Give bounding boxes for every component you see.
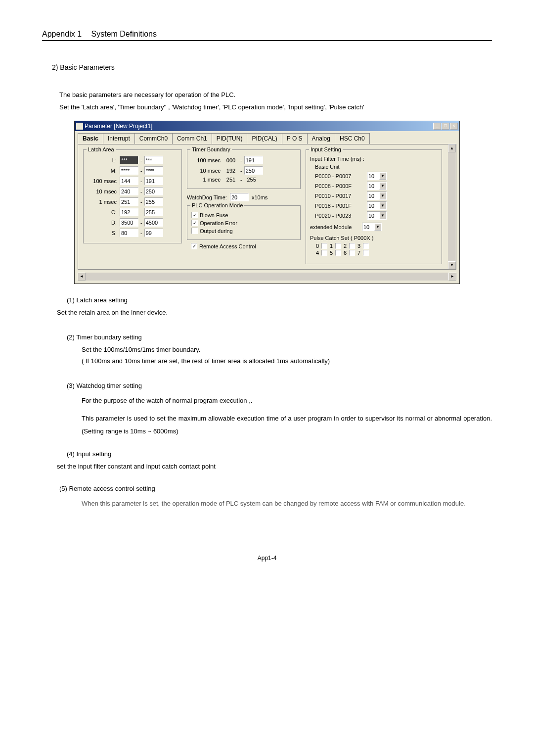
pulse-num-label: 2 (343, 243, 348, 249)
plc-mode-label: Blown Fuse (200, 212, 228, 218)
watchdog-heading: (3) Watchdog timer setting (67, 382, 492, 389)
latch-to-input[interactable] (144, 156, 163, 164)
titlebar-text: Parameter [New Project1] (85, 123, 433, 130)
latch-row-label: C: (88, 209, 120, 215)
extended-module-row: extended Module 10 ▼ (310, 223, 438, 231)
scroll-left-icon[interactable]: ◄ (78, 273, 86, 281)
pulse-catch-row: 0 1 2 3 (315, 243, 438, 249)
plc-mode-item: Output during (191, 228, 296, 234)
dropdown-arrow-icon: ▼ (379, 192, 386, 199)
plc-mode-checkbox[interactable] (191, 220, 198, 226)
latch-to-input[interactable] (144, 218, 163, 227)
latch-row: C: - (88, 208, 178, 216)
latch-to-input[interactable] (144, 208, 163, 216)
latch-from-input[interactable] (120, 177, 138, 185)
minimize-button[interactable]: _ (433, 123, 441, 130)
pulse-num-label: 3 (356, 243, 361, 249)
pulse-num-label: 7 (356, 250, 361, 256)
plc-mode-checkbox[interactable] (191, 212, 198, 218)
latch-to-input[interactable] (144, 229, 163, 237)
pulse-checkbox[interactable] (363, 243, 369, 249)
latch-area-title: Latch Area (87, 146, 116, 152)
latch-to-input[interactable] (144, 187, 163, 195)
pulse-num-label: 0 (315, 243, 320, 249)
latch-from-input[interactable] (120, 197, 138, 206)
input-filter-dropdown[interactable]: 10 ▼ (367, 191, 387, 200)
timer-row-label: 1 msec (191, 177, 223, 183)
pulse-checkbox[interactable] (321, 250, 327, 256)
pulse-checkbox[interactable] (335, 243, 341, 249)
appendix-label: Appendix 1 (42, 30, 82, 38)
latch-to-input[interactable] (144, 197, 163, 206)
pulse-checkbox[interactable] (363, 250, 369, 256)
dropdown-arrow-icon: ▼ (379, 202, 386, 209)
latch-from-input[interactable] (120, 208, 138, 216)
timer-row-label: 100 msec (191, 157, 223, 163)
parameter-dialog: Parameter [New Project1] _ □ × Basic Int… (74, 121, 460, 284)
latch-from-input[interactable] (120, 229, 138, 237)
scroll-right-icon[interactable]: ► (448, 273, 456, 281)
input-filter-dropdown[interactable]: 10 ▼ (367, 172, 387, 180)
timer-row-label: 10 msec (191, 168, 223, 174)
latch-row-label: D: (88, 220, 120, 226)
tab-pidcal[interactable]: PID(CAL) (247, 133, 282, 144)
latch-to-input[interactable] (144, 177, 163, 185)
dropdown-arrow-icon: ▼ (379, 212, 386, 219)
watchdog-para-b: This parameter is used to set the maximu… (82, 412, 492, 438)
scroll-down-icon[interactable]: ▼ (448, 261, 456, 269)
titlebar: Parameter [New Project1] _ □ × (75, 121, 459, 131)
tab-commch1[interactable]: Comm Ch1 (172, 133, 212, 144)
timer-to-input[interactable] (244, 166, 263, 175)
input-range-label: P0020 - P0023 (315, 213, 367, 219)
vertical-scrollbar[interactable]: ▲ ▼ (448, 144, 456, 269)
tab-interrupt[interactable]: Interrupt (103, 133, 135, 144)
close-button[interactable]: × (450, 123, 458, 130)
maximize-button[interactable]: □ (442, 123, 449, 130)
latch-row: L: - (88, 156, 178, 164)
dropdown-arrow-icon: ▼ (374, 223, 381, 231)
plc-mode-title: PLC Operation Mode (190, 202, 244, 208)
pulse-checkbox[interactable] (321, 243, 327, 249)
tab-commch0[interactable]: CommCh0 (134, 133, 173, 144)
latch-from-input[interactable] (120, 156, 138, 164)
timer-heading: (2) Timer boundary setting (67, 333, 492, 341)
plc-mode-checkbox[interactable] (191, 228, 198, 234)
tab-basic[interactable]: Basic (78, 133, 103, 144)
pulse-checkbox[interactable] (349, 243, 355, 249)
latch-from-input[interactable] (120, 166, 138, 175)
watchdog-row: WatchDog Time: x10ms (187, 193, 301, 201)
horizontal-scrollbar[interactable]: ◄ ► (78, 273, 456, 281)
ext-module-dropdown[interactable]: 10 ▼ (362, 223, 382, 231)
tab-pidtun[interactable]: PID(TUN) (212, 133, 248, 144)
input-filter-dropdown[interactable]: 10 ▼ (367, 211, 387, 220)
pulse-checkbox[interactable] (335, 250, 341, 256)
latch-from-input[interactable] (120, 187, 138, 195)
watchdog-unit: x10ms (252, 194, 267, 200)
timer-to-input[interactable] (244, 156, 263, 164)
scroll-up-icon[interactable]: ▲ (448, 144, 456, 152)
latch-row-label: 1 msec (88, 199, 120, 205)
pulse-checkbox[interactable] (349, 250, 355, 256)
tab-analog[interactable]: Analog (307, 133, 335, 144)
latch-row-label: 10 msec (88, 189, 120, 194)
tab-hscch0[interactable]: HSC Ch0 (335, 133, 370, 144)
input-filter-dropdown[interactable]: 10 ▼ (367, 182, 387, 190)
input-range-label: P0008 - P000F (315, 183, 367, 189)
plc-mode-group: PLC Operation Mode Blown Fuse Operation … (187, 205, 301, 240)
input-filter-row: P0010 - P0017 10 ▼ (310, 191, 438, 200)
latch-from-input[interactable] (120, 218, 138, 227)
plc-mode-item: Blown Fuse (191, 212, 296, 218)
timer-row: 10 msec 192 - (191, 166, 296, 175)
remote-access-checkbox[interactable] (191, 243, 197, 249)
timer-boundary-group: Timer Boundary 100 msec 000 - 10 msec 19… (187, 149, 301, 189)
timer-from-static: 251 (223, 177, 238, 183)
tab-pos[interactable]: P O S (282, 133, 308, 144)
watchdog-input[interactable] (230, 193, 249, 201)
latch-to-input[interactable] (144, 166, 163, 175)
section-title: 2) Basic Parameters (52, 63, 492, 71)
timer-row: 100 msec 000 - (191, 156, 296, 164)
timer-from-static: 000 (223, 157, 238, 163)
latch-row-label: S: (88, 230, 120, 236)
latch-row-label: M: (88, 168, 120, 174)
input-filter-dropdown[interactable]: 10 ▼ (367, 201, 387, 210)
